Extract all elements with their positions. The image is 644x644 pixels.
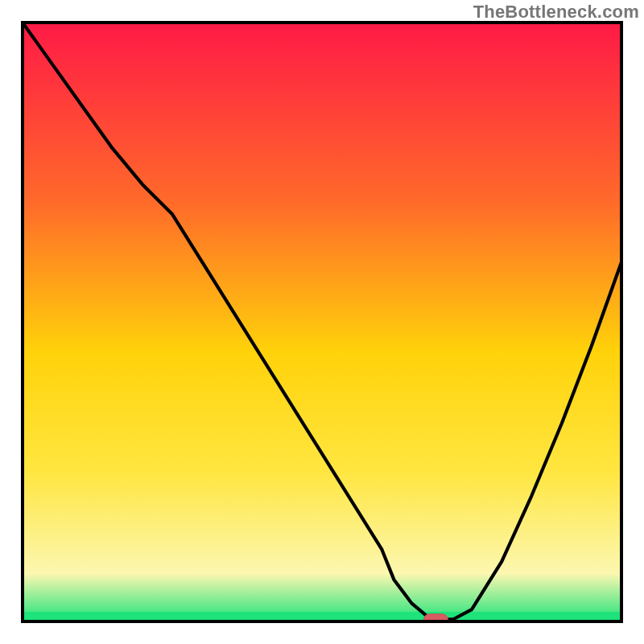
chart-stage: TheBottleneck.com: [0, 0, 644, 644]
gradient-background: [23, 23, 621, 621]
watermark-text: TheBottleneck.com: [473, 2, 639, 23]
bottleneck-plot: [0, 0, 644, 644]
minimum-marker: [423, 614, 448, 625]
